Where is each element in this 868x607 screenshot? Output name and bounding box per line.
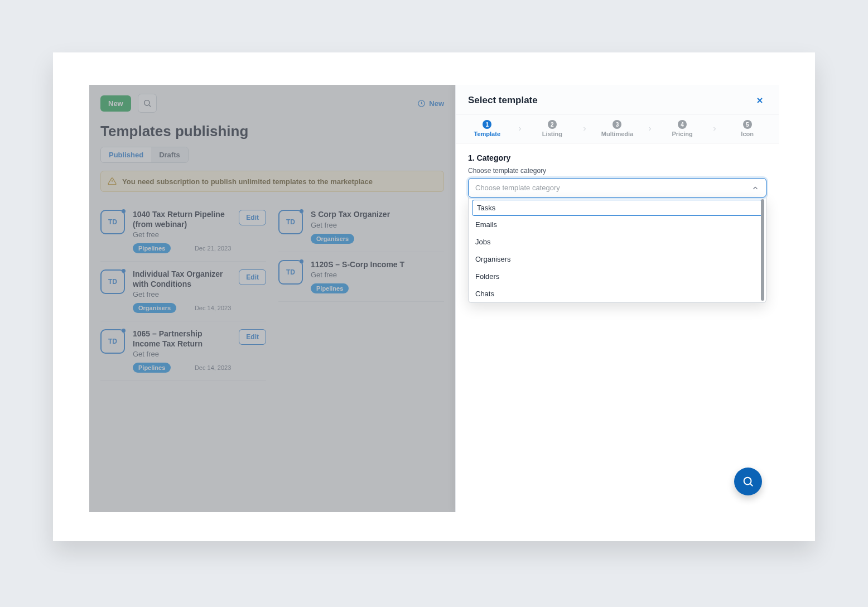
- step-number: 2: [548, 120, 557, 129]
- step-template[interactable]: 1Template: [459, 120, 515, 137]
- template-date: Dec 14, 2023: [195, 305, 231, 311]
- panel-header: Select template: [456, 85, 779, 114]
- edit-button[interactable]: Edit: [239, 269, 266, 285]
- template-meta: Pipelines: [311, 283, 444, 293]
- templates-page: New New Templates publishing Published D…: [89, 85, 455, 512]
- close-icon: [755, 96, 764, 105]
- field-label: Choose template category: [468, 167, 766, 175]
- step-number: 4: [678, 120, 687, 129]
- category-option[interactable]: Tasks: [472, 200, 763, 216]
- template-meta: OrganisersDec 14, 2023: [133, 303, 231, 313]
- template-row: TD1040 Tax Return Pipeline (from webinar…: [100, 202, 266, 262]
- template-row: TD1065 – Partnership Income Tax ReturnGe…: [100, 321, 266, 381]
- step-label: Template: [474, 131, 500, 137]
- chevron-right-icon: [515, 126, 524, 132]
- svg-point-7: [744, 478, 751, 485]
- svg-line-1: [149, 105, 151, 107]
- edit-button[interactable]: Edit: [239, 329, 266, 345]
- template-date: Dec 21, 2023: [195, 245, 231, 252]
- page-title: Templates publishing: [100, 123, 444, 140]
- template-meta: PipelinesDec 14, 2023: [133, 363, 231, 373]
- template-subtitle: Get free: [311, 271, 444, 279]
- template-body: 1065 – Partnership Income Tax ReturnGet …: [133, 329, 231, 373]
- template-body: Individual Tax Organizer with Conditions…: [133, 269, 231, 313]
- category-option[interactable]: Emails: [469, 216, 766, 233]
- category-option[interactable]: Chats: [469, 285, 766, 302]
- category-select[interactable]: Choose template category: [468, 178, 766, 197]
- step-icon[interactable]: 5Icon: [719, 120, 775, 137]
- step-listing[interactable]: 2Listing: [524, 120, 581, 137]
- chevron-right-icon: [580, 126, 589, 132]
- template-grid: TD1040 Tax Return Pipeline (from webinar…: [100, 202, 444, 381]
- step-multimedia[interactable]: 3Multimedia: [589, 120, 645, 137]
- template-meta: PipelinesDec 21, 2023: [133, 243, 231, 253]
- search-icon: [742, 475, 754, 488]
- recent-link[interactable]: New: [417, 99, 444, 108]
- template-subtitle: Get free: [133, 230, 231, 239]
- template-logo: TD: [278, 260, 303, 285]
- panel-title: Select template: [468, 95, 538, 106]
- new-button[interactable]: New: [100, 95, 131, 112]
- category-placeholder: Choose template category: [475, 184, 560, 192]
- app-card: New New Templates publishing Published D…: [53, 52, 815, 541]
- template-tag: Pipelines: [133, 243, 171, 253]
- recent-label: New: [429, 99, 444, 108]
- template-body: 1040 Tax Return Pipeline (from webinar)G…: [133, 210, 231, 253]
- help-fab[interactable]: [734, 468, 762, 495]
- template-logo: TD: [100, 329, 125, 354]
- template-title: 1065 – Partnership Income Tax Return: [133, 329, 231, 349]
- step-label: Listing: [542, 131, 562, 137]
- template-row: TDIndividual Tax Organizer with Conditio…: [100, 262, 266, 321]
- step-label: Multimedia: [601, 131, 633, 137]
- tab-drafts[interactable]: Drafts: [151, 147, 188, 162]
- subscription-alert: You need subscription to publish unlimit…: [100, 171, 444, 192]
- section-heading: 1. Category: [468, 153, 766, 162]
- chevron-right-icon: [710, 126, 719, 132]
- template-body: 1120S – S-Corp Income TGet freePipelines: [311, 260, 444, 294]
- step-pricing[interactable]: 4Pricing: [654, 120, 711, 137]
- category-option[interactable]: Jobs: [469, 233, 766, 250]
- category-select-wrap: Choose template category TasksEmailsJobs…: [468, 178, 766, 303]
- search-button[interactable]: [138, 94, 157, 113]
- category-option[interactable]: Organisers: [469, 250, 766, 268]
- template-logo: TD: [100, 210, 125, 234]
- template-date: Dec 14, 2023: [195, 364, 231, 371]
- tab-published[interactable]: Published: [101, 147, 151, 162]
- template-row: TD1120S – S-Corp Income TGet freePipelin…: [278, 252, 444, 302]
- template-title: S Corp Tax Organizer: [311, 210, 444, 220]
- step-label: Pricing: [672, 131, 692, 137]
- step-number: 5: [743, 120, 752, 129]
- template-subtitle: Get free: [133, 290, 231, 298]
- select-template-panel: Select template 1Template2Listing3Multim…: [455, 85, 779, 512]
- template-title: 1040 Tax Return Pipeline (from webinar): [133, 210, 231, 229]
- template-meta: Organisers: [311, 234, 444, 244]
- tabs: Published Drafts: [100, 147, 189, 163]
- edit-button[interactable]: Edit: [239, 210, 266, 225]
- search-icon: [143, 99, 152, 108]
- template-title: 1120S – S-Corp Income T: [311, 260, 444, 270]
- dropdown-scrollbar[interactable]: [761, 199, 764, 301]
- category-option[interactable]: Folders: [469, 268, 766, 285]
- template-title: Individual Tax Organizer with Conditions: [133, 269, 231, 289]
- template-tag: Pipelines: [133, 363, 171, 373]
- alert-text: You need subscription to publish unlimit…: [122, 177, 373, 186]
- panel-body: 1. Category Choose template category Cho…: [456, 143, 779, 312]
- template-tag: Organisers: [311, 234, 354, 244]
- close-button[interactable]: [753, 94, 766, 107]
- step-label: Icon: [741, 131, 754, 137]
- template-body: S Corp Tax OrganizerGet freeOrganisers: [311, 210, 444, 244]
- template-logo: TD: [100, 269, 125, 294]
- template-tag: Pipelines: [311, 283, 349, 293]
- template-row: TDS Corp Tax OrganizerGet freeOrganisers: [278, 202, 444, 252]
- svg-line-8: [750, 484, 753, 486]
- svg-point-0: [144, 100, 149, 105]
- topbar: New New: [100, 94, 444, 113]
- step-number: 1: [483, 120, 491, 129]
- template-tag: Organisers: [133, 303, 176, 313]
- chevron-up-icon: [751, 184, 759, 192]
- clock-icon: [417, 99, 426, 108]
- template-subtitle: Get free: [311, 221, 444, 229]
- step-number: 3: [613, 120, 621, 129]
- warning-icon: [108, 177, 117, 186]
- wizard-stepper: 1Template2Listing3Multimedia4Pricing5Ico…: [456, 114, 779, 143]
